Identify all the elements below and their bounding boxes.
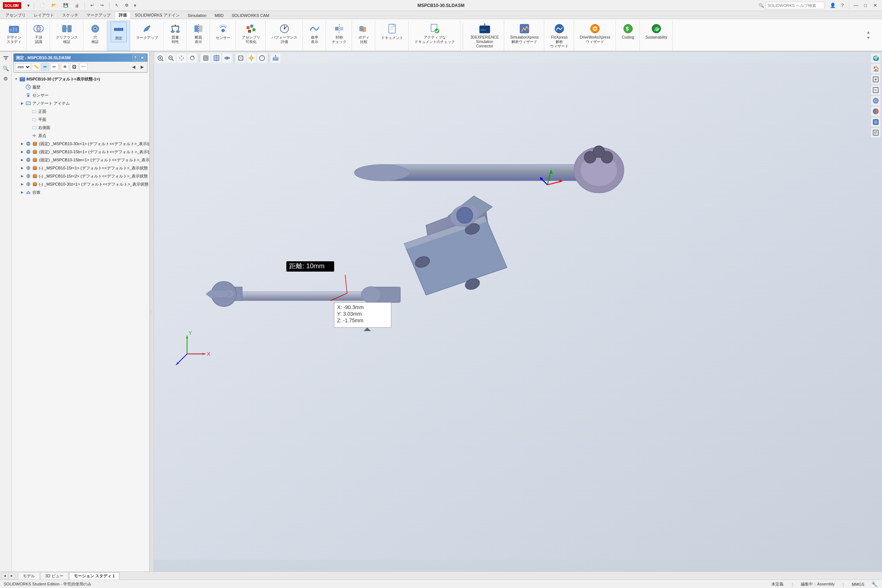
print-btn[interactable]: 🖨 <box>73 1 81 10</box>
driveworks-btn[interactable]: DriveWorksXpressウィザード <box>578 21 613 46</box>
vp-wireframe-btn[interactable] <box>236 53 246 63</box>
vp-zoom-area-btn[interactable] <box>166 53 176 63</box>
tab-layout[interactable]: レイアウト <box>30 11 58 19</box>
tree-item-mates[interactable]: ▶ 合致 <box>18 188 149 196</box>
document-btn[interactable]: ドキュメント <box>379 21 405 42</box>
vp-view-zoom-in-btn[interactable] <box>871 75 880 84</box>
measure-pencil-btn[interactable]: ✏ <box>50 63 58 71</box>
ribbon-scroll-up[interactable]: ▲ <box>866 29 871 35</box>
tree-root-item[interactable]: ▼ MSPCB10-30 (デフォルト<表示状態-1>) <box>12 75 149 83</box>
vp-view-orient-btn[interactable] <box>201 53 211 63</box>
tree-item-part1[interactable]: ▶ (固定) _MSPCB10-30c<1> (デフォルト<<デフォ <box>18 140 149 148</box>
assembly-viz-btn[interactable]: アセンブリ可視化 <box>240 21 262 46</box>
tree-item-part2[interactable]: ▶ (固定) _MSPCB10-15b<1> (デフォルト<<デフォ <box>18 148 149 156</box>
vert-filter-btn[interactable] <box>1 53 10 63</box>
redo-btn[interactable]: ↪ <box>98 1 106 10</box>
tree-item-origin[interactable]: 原点 <box>24 132 149 140</box>
simxpress-btn[interactable]: SimulationXpress解析ウィザード <box>508 21 541 46</box>
options-btn[interactable]: ⚙ <box>123 1 131 10</box>
tab-mbd[interactable]: MBD <box>211 11 228 19</box>
tree-item-part3[interactable]: ▶ (固定) _MSPCB10-15bn<1> (デフォルト<<デフ <box>18 156 149 164</box>
vert-settings-btn[interactable]: ⚙ <box>1 74 10 83</box>
tree-expand-origin[interactable] <box>25 133 31 138</box>
vp-view-globe-btn[interactable]: 🌍 <box>871 53 880 63</box>
quick-access-btn[interactable]: ▼ <box>27 3 30 8</box>
tree-expand-annotation[interactable]: ▶ <box>19 100 25 106</box>
markup-btn[interactable]: マークアップ <box>134 21 160 42</box>
status-icon-btn[interactable]: 🔧 <box>870 581 878 588</box>
mass-btn[interactable]: 質量特性 <box>167 21 183 46</box>
tree-expand-part6[interactable]: ▶ <box>19 181 25 187</box>
tree-expand-top-plane[interactable] <box>25 117 31 122</box>
tree-item-part4[interactable]: ▶ (-) _MSPCB10-15r<1> (デフォルト<<デフォル <box>18 164 149 172</box>
tab-nav-next[interactable]: ► <box>9 573 15 579</box>
section-btn[interactable]: 断面表示 <box>190 21 207 46</box>
sensor-btn[interactable]: センサー <box>213 21 232 42</box>
close-btn[interactable]: ✕ <box>871 2 879 9</box>
measure-wave-btn[interactable]: 〰 <box>80 63 87 71</box>
tree-item-part6[interactable]: ▶ (-) _MSPCB10-30z<1> (デフォルト<<デフォル <box>18 180 149 188</box>
vp-appearance-btn[interactable] <box>257 53 267 63</box>
measure-nav-next[interactable]: ► <box>138 63 146 70</box>
measure-smart-btn[interactable]: ✏ <box>41 63 49 71</box>
tree-expand-root[interactable]: ▼ <box>13 76 19 82</box>
measure-help-btn[interactable]: ? <box>132 55 138 61</box>
measure-ruler-btn[interactable]: 📏 <box>32 63 40 71</box>
interference-btn[interactable]: 干渉認識 <box>30 21 46 46</box>
undo-btn[interactable]: ↩ <box>88 1 96 10</box>
vp-scene-btn[interactable] <box>271 53 280 63</box>
vp-view-home-btn[interactable]: 🏠 <box>871 64 880 74</box>
minimize-btn[interactable]: — <box>852 2 860 9</box>
vp-more-btn[interactable] <box>871 128 880 138</box>
tree-expand-history[interactable] <box>19 84 25 90</box>
tab-model[interactable]: モデル <box>18 572 40 579</box>
vp-view-zoom-out-btn[interactable] <box>871 85 880 95</box>
measure-image-btn[interactable]: 🖼 <box>70 63 78 71</box>
tree-expand-front-plane[interactable] <box>25 108 31 114</box>
help-btn[interactable]: ? <box>838 2 846 9</box>
panel-resize-handle[interactable]: ⋮ <box>150 52 154 572</box>
tree-expand-part3[interactable]: ▶ <box>19 157 25 163</box>
save-btn[interactable]: 💾 <box>61 1 70 10</box>
floxpress-btn[interactable]: FloXpress解析ウィザード <box>548 21 571 50</box>
tree-item-part5[interactable]: ▶ (-) _MSPCB10-15r<2> (デフォルト<<デフォル <box>18 172 149 180</box>
measure-eye-btn[interactable]: 👁 <box>61 63 69 71</box>
vp-rotate-btn[interactable] <box>188 53 197 63</box>
symmetry-btn[interactable]: 対称チェック <box>330 21 349 46</box>
search-input[interactable] <box>765 2 824 9</box>
sustainability-btn[interactable]: Sustainability <box>644 21 670 41</box>
select-btn[interactable]: ↖ <box>113 1 120 10</box>
new-doc-btn[interactable]: 📄 <box>38 1 47 10</box>
tree-item-top-plane[interactable]: 平面 <box>24 116 149 123</box>
toolbar-expand[interactable]: ▼ <box>133 3 137 8</box>
tree-expand-part2[interactable]: ▶ <box>19 149 25 155</box>
vp-lighting-btn[interactable] <box>247 53 256 63</box>
costing-btn[interactable]: $ Costing <box>620 21 636 41</box>
tab-assembly[interactable]: アセンブリ <box>2 11 30 19</box>
tree-item-front-plane[interactable]: 正面 <box>24 107 149 116</box>
vp-color-btn[interactable] <box>871 106 880 116</box>
vp-pan-btn[interactable] <box>177 53 186 63</box>
tree-item-sensor[interactable]: センサー <box>18 91 149 99</box>
performance-btn[interactable]: パフォーマンス評価 <box>269 21 300 46</box>
vp-shading-btn[interactable] <box>871 96 880 105</box>
tree-expand-right-plane[interactable] <box>25 124 31 130</box>
tab-nav-prev[interactable]: ◄ <box>2 573 8 579</box>
vp-hide-show-btn[interactable] <box>222 53 232 63</box>
vp-section-btn[interactable] <box>212 53 221 63</box>
curvature-btn[interactable]: 曲率表示 <box>306 21 322 46</box>
tab-3d-view[interactable]: 3D ビュー <box>40 572 68 579</box>
maximize-btn[interactable]: □ <box>861 2 870 9</box>
tab-sw-addin[interactable]: SOLIDWORKS アドイン <box>131 11 184 19</box>
open-btn[interactable]: 📂 <box>49 1 59 10</box>
tree-item-annotation[interactable]: ▶ アノテート アイテム <box>18 99 149 107</box>
tree-item-history[interactable]: 履歴 <box>18 83 149 91</box>
3dexp-simulation-btn[interactable]: 3DX 3DEXPERIENCESimulationConnector <box>468 21 501 50</box>
tab-markup[interactable]: マークアップ <box>82 11 115 19</box>
body-compare-btn[interactable]: ボディ比較 <box>356 21 372 46</box>
tab-sw-cam[interactable]: SOLIDWORKS CAM <box>228 11 273 19</box>
tree-item-right-plane[interactable]: 右側面 <box>24 123 149 132</box>
active-doc-btn[interactable]: アクティブなドキュメントのチェック <box>412 21 457 46</box>
design-study-btn[interactable]: デザインスタディ <box>4 21 24 46</box>
measure-btn[interactable]: 測定 <box>111 22 127 42</box>
